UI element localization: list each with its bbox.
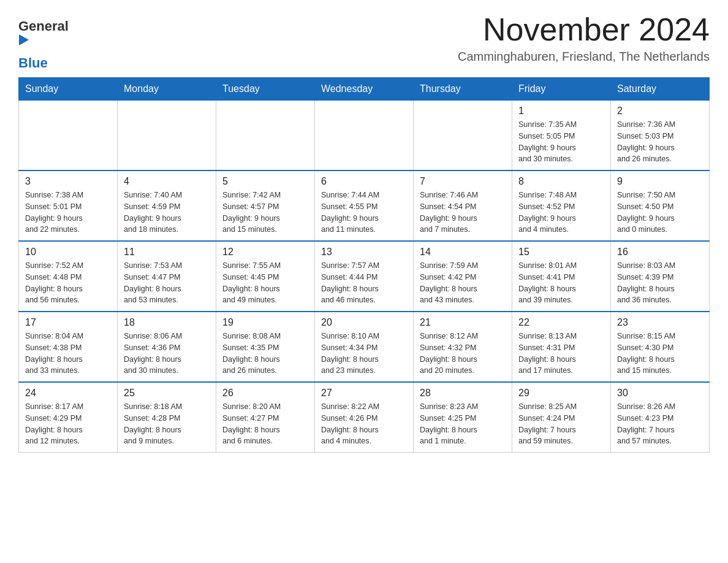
page-header: General Blue November 2024 Camminghabure… — [18, 12, 710, 71]
day-number: 20 — [321, 317, 407, 328]
calendar-cell: 9Sunrise: 7:50 AMSunset: 4:50 PMDaylight… — [611, 170, 710, 241]
day-info: Sunrise: 7:59 AMSunset: 4:42 PMDaylight:… — [420, 260, 506, 306]
day-number: 12 — [222, 247, 308, 258]
calendar-cell: 21Sunrise: 8:12 AMSunset: 4:32 PMDayligh… — [414, 312, 512, 382]
day-info: Sunrise: 8:23 AMSunset: 4:25 PMDaylight:… — [420, 401, 506, 447]
day-info: Sunrise: 8:03 AMSunset: 4:39 PMDaylight:… — [617, 260, 703, 306]
day-info: Sunrise: 8:10 AMSunset: 4:34 PMDaylight:… — [321, 331, 407, 377]
calendar-cell: 24Sunrise: 8:17 AMSunset: 4:29 PMDayligh… — [19, 382, 118, 453]
day-info: Sunrise: 7:42 AMSunset: 4:57 PMDaylight:… — [222, 190, 308, 236]
calendar-cell: 4Sunrise: 7:40 AMSunset: 4:59 PMDaylight… — [118, 170, 216, 241]
calendar-cell: 26Sunrise: 8:20 AMSunset: 4:27 PMDayligh… — [216, 382, 315, 453]
day-number: 21 — [420, 317, 506, 328]
calendar-cell: 2Sunrise: 7:36 AMSunset: 5:03 PMDaylight… — [611, 100, 710, 170]
day-number: 11 — [124, 247, 210, 258]
day-number: 23 — [617, 317, 703, 328]
header-monday: Monday — [118, 78, 216, 100]
header-friday: Friday — [512, 78, 611, 100]
day-number: 22 — [518, 317, 604, 328]
calendar-cell: 13Sunrise: 7:57 AMSunset: 4:44 PMDayligh… — [315, 241, 414, 312]
month-title: November 2024 — [458, 12, 710, 47]
calendar-table: Sunday Monday Tuesday Wednesday Thursday… — [18, 77, 710, 453]
day-info: Sunrise: 8:13 AMSunset: 4:31 PMDaylight:… — [518, 331, 604, 377]
day-number: 16 — [617, 247, 703, 258]
day-number: 6 — [321, 176, 407, 187]
day-number: 18 — [124, 317, 210, 328]
calendar-cell: 15Sunrise: 8:01 AMSunset: 4:41 PMDayligh… — [512, 241, 611, 312]
day-info: Sunrise: 7:53 AMSunset: 4:47 PMDaylight:… — [124, 260, 210, 306]
week-row-1: 1Sunrise: 7:35 AMSunset: 5:05 PMDaylight… — [19, 100, 710, 170]
logo-triangle-icon — [18, 34, 69, 44]
calendar-cell — [414, 100, 512, 170]
week-row-2: 3Sunrise: 7:38 AMSunset: 5:01 PMDaylight… — [19, 170, 710, 241]
weekday-header-row: Sunday Monday Tuesday Wednesday Thursday… — [19, 78, 710, 100]
calendar-cell: 22Sunrise: 8:13 AMSunset: 4:31 PMDayligh… — [512, 312, 611, 382]
calendar-cell: 16Sunrise: 8:03 AMSunset: 4:39 PMDayligh… — [611, 241, 710, 312]
calendar-cell — [216, 100, 315, 170]
calendar-cell: 5Sunrise: 7:42 AMSunset: 4:57 PMDaylight… — [216, 170, 315, 241]
day-number: 19 — [222, 317, 308, 328]
header-tuesday: Tuesday — [216, 78, 315, 100]
calendar-cell — [315, 100, 414, 170]
day-info: Sunrise: 7:57 AMSunset: 4:44 PMDaylight:… — [321, 260, 407, 306]
day-number: 29 — [518, 388, 604, 399]
calendar-cell: 18Sunrise: 8:06 AMSunset: 4:36 PMDayligh… — [118, 312, 216, 382]
calendar-cell: 19Sunrise: 8:08 AMSunset: 4:35 PMDayligh… — [216, 312, 315, 382]
day-info: Sunrise: 7:44 AMSunset: 4:55 PMDaylight:… — [321, 190, 407, 236]
day-number: 5 — [222, 176, 308, 187]
day-number: 27 — [321, 388, 407, 399]
day-number: 4 — [124, 176, 210, 187]
calendar-cell: 12Sunrise: 7:55 AMSunset: 4:45 PMDayligh… — [216, 241, 315, 312]
day-number: 25 — [124, 388, 210, 399]
calendar-cell: 11Sunrise: 7:53 AMSunset: 4:47 PMDayligh… — [118, 241, 216, 312]
day-info: Sunrise: 7:35 AMSunset: 5:05 PMDaylight:… — [518, 119, 604, 165]
calendar-cell: 6Sunrise: 7:44 AMSunset: 4:55 PMDaylight… — [315, 170, 414, 241]
day-number: 9 — [617, 176, 703, 187]
title-block: November 2024 Camminghaburen, Friesland,… — [458, 12, 710, 64]
day-info: Sunrise: 7:40 AMSunset: 4:59 PMDaylight:… — [124, 190, 210, 236]
calendar-cell: 10Sunrise: 7:52 AMSunset: 4:48 PMDayligh… — [19, 241, 118, 312]
calendar-cell — [19, 100, 118, 170]
week-row-5: 24Sunrise: 8:17 AMSunset: 4:29 PMDayligh… — [19, 382, 710, 453]
calendar-cell: 29Sunrise: 8:25 AMSunset: 4:24 PMDayligh… — [512, 382, 611, 453]
calendar-cell: 17Sunrise: 8:04 AMSunset: 4:38 PMDayligh… — [19, 312, 118, 382]
day-info: Sunrise: 8:17 AMSunset: 4:29 PMDaylight:… — [25, 401, 111, 447]
day-info: Sunrise: 8:04 AMSunset: 4:38 PMDaylight:… — [25, 331, 111, 377]
header-wednesday: Wednesday — [315, 78, 414, 100]
logo-blue-text: Blue — [18, 55, 48, 71]
calendar-cell: 28Sunrise: 8:23 AMSunset: 4:25 PMDayligh… — [414, 382, 512, 453]
svg-marker-0 — [19, 34, 29, 45]
day-info: Sunrise: 7:46 AMSunset: 4:54 PMDaylight:… — [420, 190, 506, 236]
day-number: 28 — [420, 388, 506, 399]
calendar-cell: 23Sunrise: 8:15 AMSunset: 4:30 PMDayligh… — [611, 312, 710, 382]
calendar-cell: 14Sunrise: 7:59 AMSunset: 4:42 PMDayligh… — [414, 241, 512, 312]
day-info: Sunrise: 8:08 AMSunset: 4:35 PMDaylight:… — [222, 331, 308, 377]
header-sunday: Sunday — [19, 78, 118, 100]
day-info: Sunrise: 7:52 AMSunset: 4:48 PMDaylight:… — [25, 260, 111, 306]
day-number: 15 — [518, 247, 604, 258]
day-number: 26 — [222, 388, 308, 399]
header-saturday: Saturday — [611, 78, 710, 100]
day-info: Sunrise: 7:55 AMSunset: 4:45 PMDaylight:… — [222, 260, 308, 306]
day-info: Sunrise: 8:25 AMSunset: 4:24 PMDaylight:… — [518, 401, 604, 447]
logo: General Blue — [18, 18, 69, 71]
calendar-cell: 30Sunrise: 8:26 AMSunset: 4:23 PMDayligh… — [611, 382, 710, 453]
day-info: Sunrise: 8:12 AMSunset: 4:32 PMDaylight:… — [420, 331, 506, 377]
day-number: 17 — [25, 317, 111, 328]
day-number: 30 — [617, 388, 703, 399]
day-info: Sunrise: 8:20 AMSunset: 4:27 PMDaylight:… — [222, 401, 308, 447]
calendar-cell: 7Sunrise: 7:46 AMSunset: 4:54 PMDaylight… — [414, 170, 512, 241]
day-info: Sunrise: 7:38 AMSunset: 5:01 PMDaylight:… — [25, 190, 111, 236]
day-number: 24 — [25, 388, 111, 399]
week-row-3: 10Sunrise: 7:52 AMSunset: 4:48 PMDayligh… — [19, 241, 710, 312]
calendar-cell: 8Sunrise: 7:48 AMSunset: 4:52 PMDaylight… — [512, 170, 611, 241]
day-info: Sunrise: 7:48 AMSunset: 4:52 PMDaylight:… — [518, 190, 604, 236]
calendar-cell: 1Sunrise: 7:35 AMSunset: 5:05 PMDaylight… — [512, 100, 611, 170]
day-info: Sunrise: 8:15 AMSunset: 4:30 PMDaylight:… — [617, 331, 703, 377]
day-number: 13 — [321, 247, 407, 258]
calendar-cell — [118, 100, 216, 170]
calendar-cell: 3Sunrise: 7:38 AMSunset: 5:01 PMDaylight… — [19, 170, 118, 241]
day-info: Sunrise: 8:22 AMSunset: 4:26 PMDaylight:… — [321, 401, 407, 447]
calendar-cell: 20Sunrise: 8:10 AMSunset: 4:34 PMDayligh… — [315, 312, 414, 382]
day-number: 10 — [25, 247, 111, 258]
